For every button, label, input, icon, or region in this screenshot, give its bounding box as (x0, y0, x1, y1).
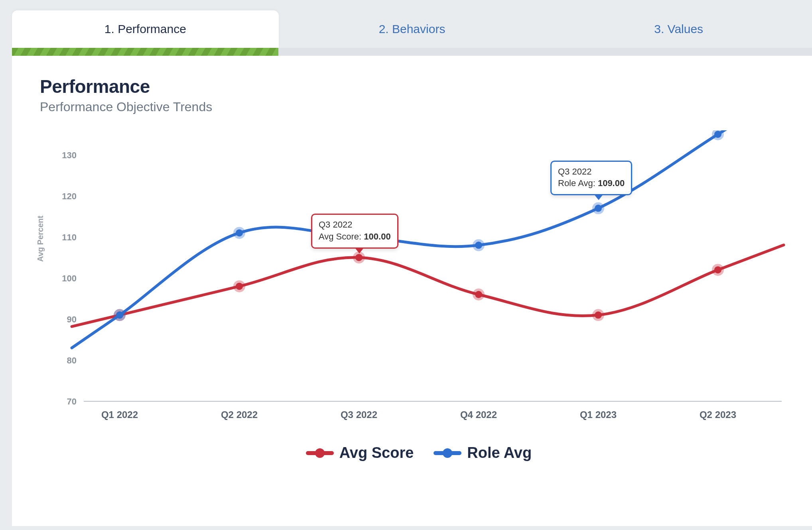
svg-point-37 (714, 131, 721, 138)
chart-legend: Avg Score Role Avg (40, 444, 798, 461)
svg-text:Q4 2022: Q4 2022 (460, 409, 497, 420)
svg-text:120: 120 (62, 191, 77, 201)
tooltip-role-avg: Q3 2022 Role Avg: 109.00 (550, 161, 632, 195)
svg-point-25 (714, 266, 721, 273)
tooltip-line: Role Avg: 109.00 (558, 177, 625, 189)
tooltip-tail-icon (594, 194, 603, 200)
svg-text:Q2 2023: Q2 2023 (700, 409, 736, 420)
legend-label: Role Avg (467, 444, 532, 461)
svg-point-35 (595, 205, 602, 212)
svg-point-21 (475, 291, 482, 298)
content-panel: Performance Performance Objective Trends… (12, 56, 812, 526)
svg-text:90: 90 (67, 314, 77, 324)
tooltip-value: 109.00 (598, 178, 625, 188)
tooltip-tail-icon (355, 247, 364, 253)
svg-text:100: 100 (62, 273, 77, 283)
page-title: Performance (40, 76, 798, 97)
legend-swatch-icon (434, 451, 461, 455)
svg-point-17 (236, 283, 243, 290)
tab-values[interactable]: 3. Values (545, 10, 812, 48)
tooltip-avg-score: Q3 2022 Avg Score: 100.00 (311, 214, 398, 248)
svg-text:70: 70 (67, 397, 77, 406)
tab-behaviors[interactable]: 2. Behaviors (279, 10, 546, 48)
svg-text:Q1 2023: Q1 2023 (580, 409, 617, 420)
chart-area: Avg Percent 708090100110120130Q1 2022Q2 … (40, 130, 798, 435)
svg-text:110: 110 (62, 232, 77, 242)
svg-text:Q1 2022: Q1 2022 (101, 409, 138, 420)
svg-point-27 (116, 312, 123, 319)
svg-point-33 (475, 241, 482, 249)
progress-bar (12, 48, 812, 56)
legend-item-avg-score[interactable]: Avg Score (306, 444, 414, 461)
tooltip-period: Q3 2022 (558, 166, 625, 178)
svg-text:Q3 2022: Q3 2022 (341, 409, 377, 420)
tab-performance[interactable]: 1. Performance (12, 10, 279, 48)
tooltip-line: Avg Score: 100.00 (319, 231, 391, 243)
tooltip-label: Role Avg: (558, 178, 595, 188)
svg-point-19 (355, 254, 363, 261)
tabs-bar: 1. Performance 2. Behaviors 3. Values (12, 8, 812, 48)
legend-swatch-icon (306, 451, 334, 455)
page-subtitle: Performance Objective Trends (40, 100, 798, 114)
tooltip-value: 100.00 (364, 232, 390, 241)
legend-item-role-avg[interactable]: Role Avg (434, 444, 532, 461)
svg-point-29 (236, 229, 243, 236)
svg-text:80: 80 (67, 355, 77, 365)
svg-point-23 (595, 312, 602, 319)
legend-label: Avg Score (339, 444, 414, 461)
progress-fill (12, 48, 278, 56)
svg-text:Q2 2022: Q2 2022 (221, 409, 258, 420)
svg-text:130: 130 (62, 150, 77, 160)
performance-chart: 708090100110120130Q1 2022Q2 2022Q3 2022Q… (40, 130, 790, 433)
tooltip-period: Q3 2022 (319, 219, 391, 231)
y-axis-label: Avg Percent (36, 216, 45, 262)
tooltip-label: Avg Score: (319, 232, 361, 241)
